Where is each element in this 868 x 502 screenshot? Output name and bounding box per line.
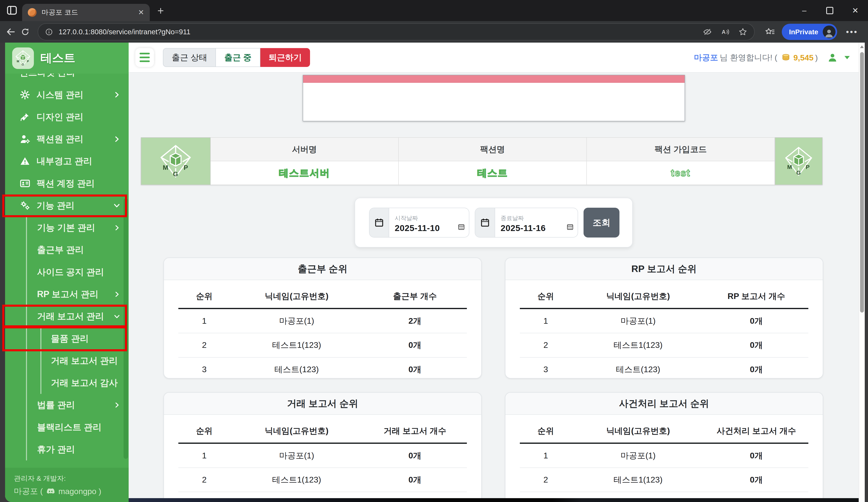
faction-name-header: 팩션명 (399, 137, 587, 161)
table-row: 1 마공포(1) 0개 (520, 443, 808, 468)
new-tab-button[interactable]: + (157, 6, 164, 17)
user-icon[interactable] (827, 52, 838, 63)
date-picker-icon[interactable] (567, 223, 574, 231)
table-row: 1 마공포(1) 0개 (178, 443, 467, 468)
sidebar-item-blacklist[interactable]: 블랙리스트 관리 (27, 416, 128, 438)
end-date-input[interactable]: 종료날짜 2025-11-16 (475, 208, 578, 238)
faction-code-value: test (671, 167, 691, 178)
footer-developer: 마공포 ( magongpo ) (14, 486, 120, 497)
table-row: 1 마공포(1) 2개 (178, 308, 467, 333)
annotation-box-features (2, 195, 127, 217)
inprivate-badge[interactable]: InPrivate (782, 24, 837, 40)
clock-out-button[interactable]: 퇴근하기 (260, 48, 310, 67)
address-bar[interactable]: 127.0.0.1:8080/service/intranet?gNo=911 (38, 23, 755, 40)
brand-logo-icon[interactable] (12, 48, 34, 69)
sidebar-footer: 관리자 & 개발자: 마공포 ( magongpo ) (5, 468, 128, 502)
sidebar-item-trade-report-manage[interactable]: 거래 보고서 관리 (41, 350, 128, 372)
sidebar-item-vacation[interactable]: 휴가 관리 (27, 438, 128, 460)
tab-close-icon[interactable]: ✕ (138, 9, 144, 16)
sidebar-item-warning[interactable]: 내부경고 관리 (5, 150, 128, 172)
sidebar-item-attendance[interactable]: 출근부 관리 (27, 239, 128, 261)
date-filter-card: 시작날짜 2025-11-10 종료날짜 2025-11-16 (355, 198, 633, 247)
card-title: 출근부 순위 (164, 258, 481, 280)
page-scrollbar[interactable] (859, 43, 865, 502)
attendance-ranking-card: 출근부 순위 순위 닉네임(고유번호) 출근부 개수 1 (164, 258, 482, 378)
tab-list-icon[interactable] (6, 4, 18, 16)
end-date-value[interactable]: 2025-11-16 (500, 223, 573, 233)
server-info-table: 서버명 팩션명 팩션 가입코드 테스트서버 테스트 test (141, 137, 823, 185)
url-text[interactable]: 127.0.0.1:8080/service/intranet?gNo=911 (59, 28, 697, 36)
faction-code-header: 팩션 가입코드 (587, 137, 775, 161)
card-title: RP 보고서 순위 (505, 258, 823, 280)
table-row: 2 테스트1(123) 0개 (178, 468, 467, 492)
chevron-right-icon (113, 401, 121, 409)
server-name-header: 서버명 (210, 137, 399, 161)
incident-ranking-table: 순위 닉네임(고유번호) 사건처리 보고서 개수 1 마공포(1) 0개 (520, 422, 808, 502)
hamburger-menu-button[interactable] (135, 48, 154, 67)
table-row: 1 마공포(1) 0개 (520, 308, 808, 333)
sidebar-item-accounts[interactable]: 팩션 계정 관리 (5, 172, 128, 195)
favorites-list-icon[interactable] (765, 27, 775, 37)
incident-ranking-card: 사건처리 보고서 순위 순위 닉네임(고유번호) 사건처리 보고서 개수 (505, 392, 823, 502)
close-button[interactable]: ✕ (843, 0, 868, 21)
user-name: 마공포 (694, 52, 718, 63)
chevron-right-icon (113, 135, 121, 143)
coins-icon (781, 53, 790, 62)
content: 서버명 팩션명 팩션 가입코드 테스트서버 테스트 test (128, 73, 859, 502)
minimize-button[interactable]: – (792, 0, 817, 21)
sidebar-item-intranet[interactable]: 인트라넷 관리 (5, 74, 128, 84)
maximize-button[interactable] (817, 0, 843, 21)
sidebar-item-side-notice[interactable]: 사이드 공지 관리 (27, 261, 128, 283)
sidebar-item-rp-report[interactable]: RP 보고서 관리 (27, 283, 128, 305)
start-date-input[interactable]: 시작날짜 2025-11-10 (369, 208, 469, 238)
footer-admin-label: 관리자 & 개발자: (14, 474, 120, 483)
sidebar-item-members[interactable]: 팩션원 관리 (5, 128, 128, 150)
server-logo-right-icon (775, 137, 823, 185)
sidebar-item-feature-basic[interactable]: 기능 기본 관리 (27, 217, 128, 239)
chevron-right-icon (113, 290, 121, 298)
table-row: 3 테스트(123) 0개 (178, 357, 467, 378)
back-button[interactable] (6, 27, 16, 37)
sidebar-item-trade-report-audit[interactable]: 거래 보고서 감사 (41, 372, 128, 394)
start-date-value[interactable]: 2025-11-10 (395, 223, 465, 233)
caret-down-icon[interactable] (845, 56, 850, 59)
search-button[interactable]: 조회 (583, 208, 620, 238)
sidebar-header: 테스트 (5, 43, 128, 74)
read-aloud-icon[interactable] (721, 27, 730, 36)
top-bar: 출근 상태 출근 중 퇴근하기 마공포 님 환영합니다! ( 9,545 ) (128, 43, 859, 73)
end-date-label: 종료날짜 (500, 215, 524, 221)
site-info-icon[interactable] (45, 28, 53, 36)
bottom-banner (128, 498, 859, 502)
scrollbar-thumb[interactable] (860, 52, 864, 313)
server-name-value: 테스트서버 (279, 167, 330, 179)
browser-window: 마공포 코드 ✕ + – ✕ 127.0.0.1:8080/service/in… (0, 0, 868, 502)
faction-name-value: 테스트 (477, 167, 508, 179)
sidebar-item-design[interactable]: 디자인 관리 (5, 106, 128, 128)
sidebar-item-system[interactable]: 시스템 관리 (5, 84, 128, 106)
date-picker-icon[interactable] (458, 223, 465, 231)
browser-tab[interactable]: 마공포 코드 ✕ (22, 4, 149, 21)
inprivate-label: InPrivate (789, 28, 818, 36)
tracking-prevention-icon[interactable] (703, 27, 712, 36)
refresh-button[interactable] (20, 27, 30, 36)
page-frame: 테스트 인트라넷 관리 시스템 관리 디자인 관리 (0, 43, 868, 502)
scrollbar-up-arrow-icon[interactable] (860, 45, 864, 48)
profile-avatar[interactable] (823, 25, 836, 38)
points-value: 9,545 (793, 53, 814, 62)
attendance-button-group: 출근 상태 출근 중 퇴근하기 (163, 48, 310, 67)
browser-menu-button[interactable]: ••• (846, 27, 858, 37)
gear-icon (20, 90, 31, 100)
discord-icon (46, 487, 55, 496)
attendance-status-button[interactable]: 출근 상태 (163, 48, 216, 67)
working-status-button[interactable]: 출근 중 (216, 48, 260, 67)
pen-icon (20, 112, 31, 122)
user-gear-icon (20, 134, 31, 145)
sidebar-menu: 인트라넷 관리 시스템 관리 디자인 관리 팩션원 관리 (5, 74, 128, 468)
brand-title: 테스트 (40, 50, 75, 66)
table-row: 2 테스트1(123) 0개 (178, 333, 467, 357)
sidebar: 테스트 인트라넷 관리 시스템 관리 디자인 관리 (5, 43, 128, 502)
chevron-right-icon (113, 224, 121, 232)
start-date-label: 시작날짜 (395, 215, 418, 221)
sidebar-item-law[interactable]: 법률 관리 (27, 394, 128, 416)
favorite-star-icon[interactable] (738, 27, 747, 36)
